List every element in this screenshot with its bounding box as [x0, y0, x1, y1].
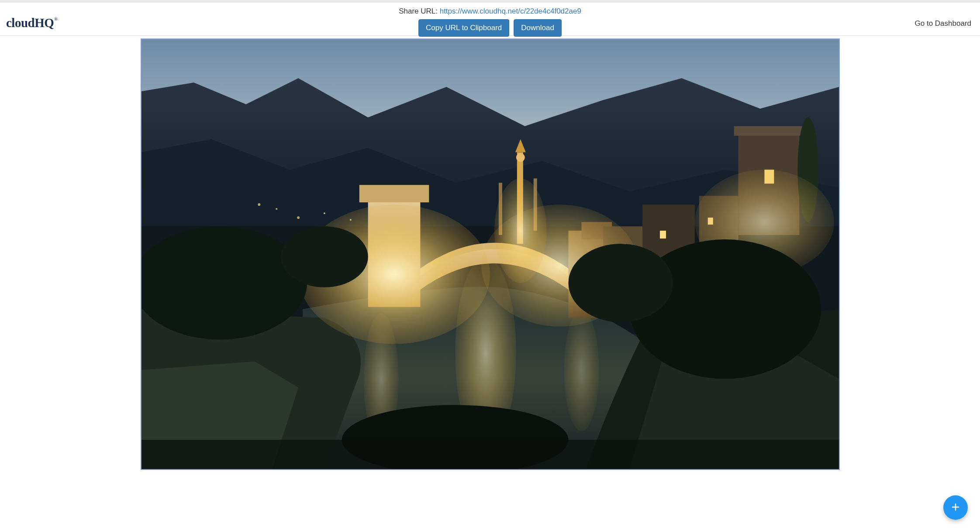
add-fab-button[interactable]: [943, 495, 968, 520]
share-url-link[interactable]: https://www.cloudhq.net/c/22de4c4f0d2ae9: [440, 7, 581, 15]
share-url-label: Share URL:: [399, 7, 440, 15]
logo-registered: ®: [54, 17, 57, 21]
copy-url-button[interactable]: Copy URL to Clipboard: [418, 19, 509, 37]
svg-rect-39: [141, 440, 839, 469]
share-url-line: Share URL: https://www.cloudhq.net/c/22d…: [399, 7, 581, 16]
svg-point-1: [258, 203, 260, 206]
plus-icon: [950, 502, 961, 514]
svg-point-2: [276, 208, 277, 210]
svg-point-37: [568, 244, 673, 322]
svg-point-38: [281, 226, 368, 287]
cloudhq-logo[interactable]: cloudHQ®: [6, 16, 57, 30]
header-bar: cloudHQ® Share URL: https://www.cloudhq.…: [0, 3, 980, 36]
svg-point-33: [494, 178, 546, 283]
logo-text: cloudHQ: [6, 16, 54, 30]
svg-point-4: [323, 212, 325, 214]
button-row: Copy URL to Clipboard Download: [399, 19, 581, 37]
svg-point-3: [297, 216, 300, 219]
svg-point-17: [516, 153, 525, 162]
shared-image[interactable]: [141, 38, 840, 470]
go-to-dashboard-link[interactable]: Go to Dashboard: [915, 19, 971, 28]
svg-rect-12: [359, 185, 429, 202]
svg-rect-21: [734, 126, 804, 136]
svg-point-10: [564, 309, 599, 431]
download-button[interactable]: Download: [514, 19, 562, 37]
image-viewer: [0, 36, 980, 472]
svg-rect-27: [660, 231, 666, 238]
share-controls: Share URL: https://www.cloudhq.net/c/22d…: [399, 7, 581, 37]
